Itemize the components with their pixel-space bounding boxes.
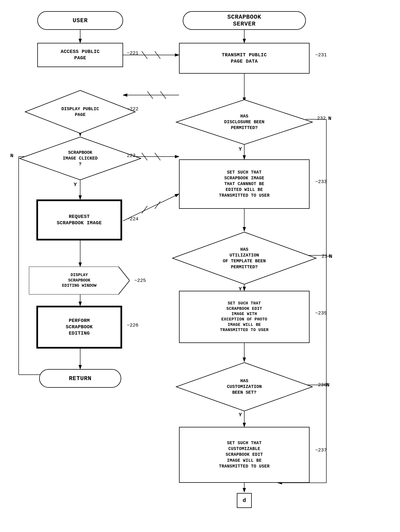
display-scrapbook-editing-window-label: DISPLAYSCRAPBOOKEDITING WINDOW [62, 273, 97, 288]
n223-n-label: N [10, 153, 13, 159]
has-disclosure-been-permitted-diamond: HASDISCLOSURE BEENPERMITTED? [175, 99, 313, 146]
svg-marker-43 [176, 362, 312, 411]
svg-line-6 [155, 51, 160, 59]
svg-marker-39 [19, 137, 141, 180]
ref-221: ~221 [127, 50, 138, 56]
set-scrapbook-image-cannot-be-edited-process: SET SUCH THATSCRAPBOOK IMAGETHAT CANNNOT… [179, 159, 310, 209]
set-scrapbook-edit-image-exception-process: SET SUCH THATSCRAPBOOK EDITIMAGE WITHEXC… [179, 291, 310, 343]
n234-n-label: N [329, 253, 332, 259]
svg-marker-41 [176, 100, 312, 145]
user-terminal: USER [37, 11, 123, 30]
svg-line-5 [142, 51, 147, 59]
set-scrapbook-edit-image-exception-label: SET SUCH THATSCRAPBOOK EDITIMAGE WITHEXC… [220, 301, 269, 333]
ref-226: ~226 [127, 323, 138, 328]
request-scrapbook-image-process: REQUESTSCRAPBOOK IMAGE [36, 199, 122, 241]
perform-scrapbook-editing-process: PERFORMSCRAPBOOKEDITING [36, 306, 122, 348]
scrapbook-server-terminal: SCRAPBOOKSERVER [183, 11, 306, 30]
request-scrapbook-image-label: REQUESTSCRAPBOOK IMAGE [57, 214, 102, 226]
ref-235: ~235 [315, 310, 327, 316]
has-utilization-of-template-been-permitted-diamond: HASUTILIZATIONOF TEMPLATE BEENPERMITTED? [172, 231, 317, 285]
set-customizable-scrapbook-edit-image-process: SET SUCH THATCUSTOMIZABLESCRAPBOOK EDITI… [179, 427, 310, 483]
ref-231: ~231 [315, 52, 327, 58]
n236-y-label: Y [239, 412, 242, 418]
ref-225: ~225 [134, 278, 146, 283]
n223-y-label: Y [74, 182, 77, 188]
svg-line-9 [160, 91, 166, 99]
ref-223: 223 [127, 153, 135, 158]
display-scrapbook-editing-window-pentagon: DISPLAYSCRAPBOOKEDITING WINDOW [29, 266, 130, 295]
scrapbook-server-label: SCRAPBOOKSERVER [227, 14, 261, 27]
set-scrapbook-image-cannot-be-edited-label: SET SUCH THATSCRAPBOOK IMAGETHAT CANNNOT… [219, 170, 270, 198]
n232-y-label: Y [239, 146, 242, 152]
svg-line-36 [142, 206, 147, 213]
perform-scrapbook-editing-label: PERFORMSCRAPBOOKEDITING [66, 318, 93, 336]
svg-line-20 [142, 153, 147, 160]
ref-237: ~237 [315, 447, 327, 453]
return-label: RETURN [69, 375, 91, 382]
svg-marker-42 [173, 232, 316, 284]
return-terminal: RETURN [39, 369, 121, 388]
has-customization-been-set-diamond: HASCUSTOMIZATIONBEEN SET? [175, 362, 313, 412]
svg-line-37 [155, 201, 160, 209]
svg-line-21 [155, 153, 160, 160]
flowchart-diagram: USER ACCESS PUBLICPAGE ~221 DISPLAY PUBL… [0, 0, 400, 532]
user-label: USER [73, 17, 88, 24]
access-public-page-label: ACCESS PUBLICPAGE [61, 49, 100, 61]
ref-232: 232 [317, 116, 326, 121]
connector-d: d [237, 493, 252, 508]
ref-233: ~233 [315, 179, 327, 184]
ref-222: ~222 [127, 106, 138, 112]
transmit-public-page-data-process: TRANSMIT PUBLICPAGE DATA [179, 43, 310, 74]
svg-marker-38 [25, 90, 135, 133]
transmit-public-page-data-label: TRANSMIT PUBLICPAGE DATA [222, 52, 267, 65]
display-public-page-diamond: DISPLAY PUBLICPAGE [24, 89, 136, 134]
ref-236: 236 [318, 382, 327, 388]
svg-line-8 [147, 91, 153, 99]
access-public-page-process: ACCESS PUBLICPAGE [37, 43, 123, 67]
ref-224: ~224 [127, 216, 138, 222]
n236-n-label: N [326, 382, 329, 388]
scrapbook-image-clicked-diamond: SCRAPBOOKIMAGE CLICKED? [19, 136, 142, 181]
set-customizable-scrapbook-edit-image-label: SET SUCH THATCUSTOMIZABLESCRAPBOOK EDITI… [219, 440, 270, 469]
n232-n-label: N [328, 116, 331, 121]
